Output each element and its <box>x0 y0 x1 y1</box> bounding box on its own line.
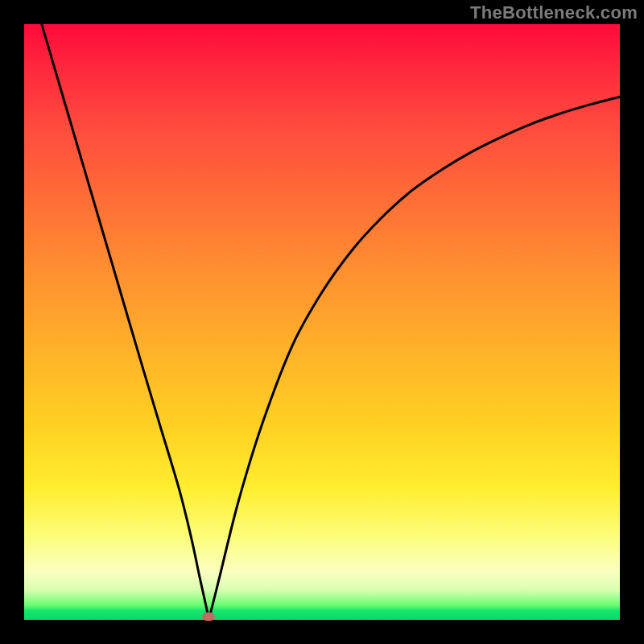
bottleneck-curve-path <box>24 24 620 617</box>
plot-area <box>24 24 620 620</box>
curve-svg <box>24 24 620 620</box>
chart-frame: TheBottleneck.com <box>0 0 644 644</box>
optimal-point-marker <box>202 613 215 621</box>
attribution-watermark: TheBottleneck.com <box>470 2 638 23</box>
